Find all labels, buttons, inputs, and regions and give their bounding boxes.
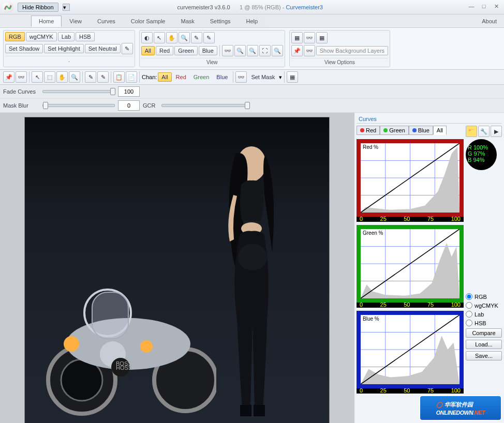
pencil-icon[interactable]: ✎ bbox=[122, 43, 133, 54]
curve-tab-red[interactable]: Red bbox=[357, 126, 380, 135]
play-icon[interactable]: ▶ bbox=[491, 126, 502, 137]
fade-curves-slider[interactable] bbox=[42, 90, 115, 93]
mask-blur-slider[interactable] bbox=[42, 104, 115, 107]
eyedropper-icon[interactable]: ✎ bbox=[191, 32, 202, 43]
zoom-in-icon[interactable]: 🔍 bbox=[247, 45, 258, 56]
tab-help[interactable]: Help bbox=[239, 16, 266, 27]
mode-lab-button[interactable]: Lab bbox=[58, 32, 75, 41]
radio-lab[interactable]: Lab bbox=[466, 311, 502, 318]
arrow-tool-icon[interactable]: ↖ bbox=[32, 71, 43, 83]
tab-view[interactable]: View bbox=[62, 16, 90, 27]
group-label-view: View bbox=[141, 58, 283, 65]
tab-curves[interactable]: Curves bbox=[90, 16, 123, 27]
mask-blur-value[interactable]: 0 bbox=[118, 100, 140, 111]
select-icon[interactable]: ⬚ bbox=[44, 71, 55, 83]
app-name: curvemeister3 v3.6.0 bbox=[177, 4, 230, 10]
set-mask-glasses-icon[interactable]: 👓 bbox=[235, 71, 247, 83]
show-bg-layers-button[interactable]: Show Background Layers bbox=[316, 46, 388, 55]
mode-rgb-button[interactable]: RGB bbox=[5, 32, 25, 41]
svg-rect-15 bbox=[240, 405, 251, 416]
svg-text:HOSS: HOSS bbox=[116, 365, 132, 371]
set-mask-button[interactable]: Set Mask bbox=[248, 73, 278, 81]
tab-mask[interactable]: Mask bbox=[173, 16, 202, 27]
zoom-fit-icon[interactable]: ⛶ bbox=[259, 45, 271, 56]
svg-point-8 bbox=[140, 340, 153, 353]
dropper2-icon[interactable]: ✎ bbox=[203, 32, 215, 43]
glasses-icon[interactable]: 👓 bbox=[304, 32, 315, 43]
picker1-icon[interactable]: ✎ bbox=[85, 71, 96, 83]
document-status: 1 @ 85% (RGB) - bbox=[240, 4, 284, 10]
paste-icon[interactable]: 📄 bbox=[126, 71, 137, 83]
tab-home[interactable]: Home bbox=[31, 16, 62, 27]
chan-label: Chan: bbox=[142, 74, 157, 80]
hide-ribbon-button[interactable]: Hide Ribbon bbox=[18, 3, 58, 12]
view-green-button[interactable]: Green bbox=[174, 46, 198, 55]
svg-point-7 bbox=[64, 336, 79, 352]
glasses2-icon[interactable]: 👓 bbox=[304, 45, 315, 56]
tab-color-sample[interactable]: Color Sample bbox=[123, 16, 173, 27]
motorcycle-graphic: BOSS HOSS bbox=[35, 251, 216, 416]
curve-tab-all[interactable]: All bbox=[433, 126, 447, 135]
zoom-tool-icon[interactable]: 🔍 bbox=[69, 71, 80, 83]
picker2-icon[interactable]: ✎ bbox=[97, 71, 109, 83]
maximize-icon[interactable]: □ bbox=[478, 3, 490, 11]
set-neutral-button[interactable]: Set Neutral bbox=[85, 44, 121, 53]
minimize-icon[interactable]: — bbox=[466, 3, 477, 11]
set-highlight-button[interactable]: Set Highlight bbox=[44, 44, 83, 53]
mask-tool-icon[interactable]: 👓 bbox=[16, 71, 27, 83]
ribbon-dropdown-icon[interactable]: ▾ bbox=[63, 4, 70, 11]
view-all-button[interactable]: All bbox=[141, 46, 155, 55]
pin-icon[interactable]: 📌 bbox=[291, 45, 303, 56]
mode-hsb-button[interactable]: HSB bbox=[76, 32, 95, 41]
arrow-icon[interactable]: ↖ bbox=[154, 32, 165, 43]
brand-link[interactable]: Curvemeister3 bbox=[286, 4, 323, 10]
blue-curve-box[interactable]: Blue % bbox=[357, 311, 464, 388]
compare-button[interactable]: Compare bbox=[466, 328, 502, 338]
set-shadow-button[interactable]: Set Shadow bbox=[5, 44, 43, 53]
zoom-out-icon[interactable]: 🔍 bbox=[234, 45, 246, 56]
close-icon[interactable]: ✕ bbox=[491, 3, 502, 11]
curve-tab-blue[interactable]: Blue bbox=[409, 126, 433, 135]
mode-wgcmyk-button[interactable]: wgCMYK bbox=[26, 32, 57, 41]
mask-icon[interactable]: 👓 bbox=[222, 45, 233, 56]
wrench-icon[interactable]: 🔧 bbox=[478, 126, 490, 137]
layer1-icon[interactable]: ▦ bbox=[291, 32, 303, 43]
green-curve-box[interactable]: Green % bbox=[357, 225, 464, 303]
radio-hsb[interactable]: HSB bbox=[466, 320, 502, 326]
zoom-icon[interactable]: 🔍 bbox=[179, 32, 190, 43]
palette-icon[interactable]: ◐ bbox=[141, 32, 153, 43]
image-canvas[interactable]: BOSS HOSS bbox=[0, 113, 354, 423]
svg-rect-16 bbox=[254, 405, 265, 416]
folder-icon[interactable]: 📁 bbox=[466, 126, 477, 137]
hand-tool-icon[interactable]: ✋ bbox=[56, 71, 68, 83]
radio-rgb[interactable]: RGB bbox=[466, 293, 502, 300]
load-button[interactable]: Load... bbox=[466, 340, 502, 349]
app-logo[interactable] bbox=[2, 2, 13, 13]
view-red-button[interactable]: Red bbox=[156, 46, 173, 55]
layer2-icon[interactable]: ▦ bbox=[316, 32, 328, 43]
window-title: curvemeister3 v3.6.0 1 @ 85% (RGB) - Cur… bbox=[177, 4, 323, 10]
chan-blue-button[interactable]: Blue bbox=[213, 73, 231, 81]
extra-tool-icon[interactable]: ▦ bbox=[287, 71, 298, 83]
about-link[interactable]: About bbox=[482, 18, 504, 24]
set-mask-chevron-icon[interactable]: ▾ bbox=[279, 74, 282, 81]
chan-red-button[interactable]: Red bbox=[173, 73, 189, 81]
copy-icon[interactable]: 📋 bbox=[113, 71, 125, 83]
hand-icon[interactable]: ✋ bbox=[166, 32, 177, 43]
tab-settings[interactable]: Settings bbox=[202, 16, 239, 27]
curves-panel-title: Curves bbox=[357, 115, 502, 124]
red-curve-box[interactable]: Red % bbox=[357, 139, 464, 217]
zoom-100-icon[interactable]: 🔍 bbox=[272, 45, 283, 56]
gcr-slider[interactable] bbox=[161, 104, 249, 107]
chan-green-button[interactable]: Green bbox=[190, 73, 213, 81]
radio-wgcmyk[interactable]: wgCMYK bbox=[466, 302, 502, 309]
chan-all-button[interactable]: All bbox=[158, 72, 171, 82]
pin-tool-icon[interactable]: 📌 bbox=[3, 71, 14, 83]
svg-rect-5 bbox=[92, 292, 128, 339]
mask-blur-label: Mask Blur bbox=[3, 102, 39, 109]
view-blue-button[interactable]: Blue bbox=[199, 46, 217, 55]
save-button[interactable]: Save... bbox=[466, 351, 502, 360]
fade-curves-value[interactable]: 100 bbox=[118, 86, 140, 97]
curve-tab-green[interactable]: Green bbox=[380, 126, 409, 135]
preview-image: BOSS HOSS bbox=[24, 117, 330, 423]
